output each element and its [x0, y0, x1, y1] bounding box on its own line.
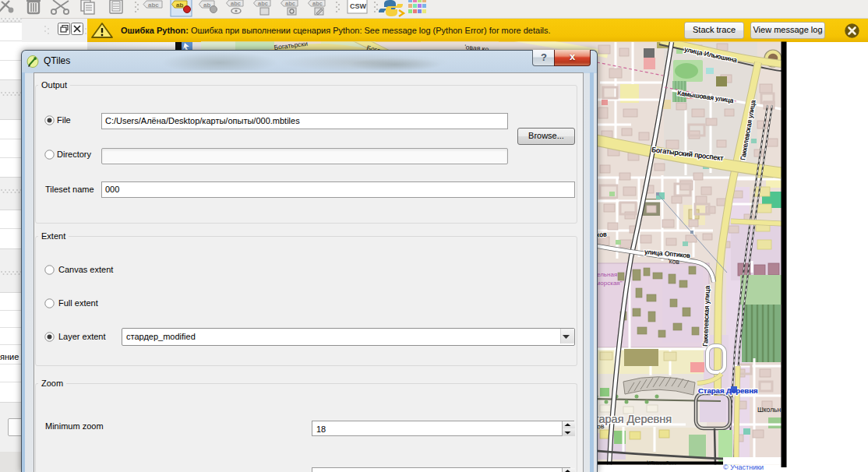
svg-text:Старая Деревня: Старая Деревня: [698, 386, 757, 395]
svg-text:ельная: ельная: [597, 271, 617, 278]
svg-text:тарая Деревня: тарая Деревня: [594, 413, 672, 425]
svg-text:Школьн: Школьн: [757, 406, 782, 414]
svg-text:"морская": "морская": [594, 280, 623, 287]
svg-text:© Участники: © Участники: [723, 463, 764, 471]
